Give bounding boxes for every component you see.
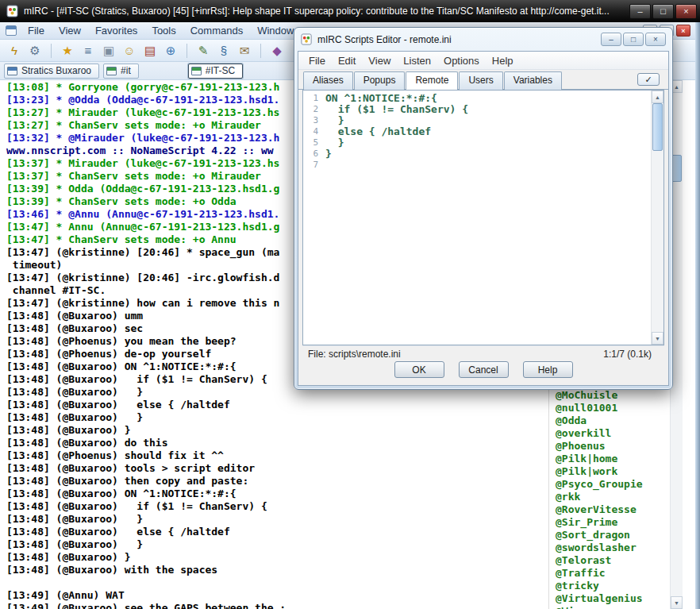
tab-aliases[interactable]: Aliases bbox=[303, 71, 353, 90]
tab-variables[interactable]: Variables bbox=[504, 71, 562, 90]
address-book-icon[interactable]: ▤ bbox=[141, 42, 159, 60]
nicklist-item[interactable]: @Pilk|work bbox=[556, 465, 670, 478]
dialog-menu-listen[interactable]: Listen bbox=[397, 53, 437, 68]
menu-tools[interactable]: Tools bbox=[144, 23, 183, 38]
scripts-editor-dialog: mIRC Scripts Editor - remote.ini –□× Fil… bbox=[294, 27, 673, 390]
editor-line: 3 } bbox=[306, 115, 663, 126]
nicklist-item[interactable]: @swordslasher bbox=[556, 542, 670, 554]
mirc-app-icon bbox=[6, 5, 19, 17]
code-text: ON ^1:NOTICE:*:#:{ bbox=[325, 93, 437, 104]
status-file-path: File: scripts\remote.ini bbox=[308, 349, 401, 360]
close-button[interactable]: × bbox=[675, 4, 697, 19]
chat-line: [13:49] (@Buxaroo) see the GAPS between … bbox=[6, 602, 548, 609]
enable-script-check-button[interactable]: ✓ bbox=[637, 73, 660, 86]
chat-line: [13:48] (@Buxaroo) else { /haltdef bbox=[6, 526, 548, 538]
editor-scrollbar[interactable]: ▲ ▼ bbox=[651, 91, 663, 345]
line-number: 4 bbox=[306, 126, 318, 137]
nicklist-item[interactable]: @Sort_dragon bbox=[556, 529, 670, 542]
menu-favorites[interactable]: Favorites bbox=[88, 23, 144, 38]
query-icon[interactable]: ▣ bbox=[100, 42, 117, 60]
scroll-down-icon[interactable]: ▼ bbox=[652, 332, 663, 345]
chat-line: [13:48] (@Buxaroo) } bbox=[6, 411, 548, 424]
nicklist-item[interactable]: @Pilk|home bbox=[556, 453, 670, 465]
dialog-statusbar: File: scripts\remote.ini 1:1/7 (0.1k) bbox=[302, 345, 664, 361]
mdi-close-button[interactable]: × bbox=[676, 25, 690, 37]
notify-list-icon[interactable]: ☺ bbox=[121, 42, 138, 60]
urls-list-icon[interactable]: ⊕ bbox=[162, 42, 179, 60]
tab-users[interactable]: Users bbox=[459, 71, 502, 90]
help-button[interactable]: Help bbox=[523, 361, 573, 378]
notepad-icon[interactable]: ✉ bbox=[236, 42, 253, 60]
main-titlebar[interactable]: mIRC - [#IT-SC (Stratics, Buxaroo) [45] … bbox=[0, 0, 700, 22]
line-number: 6 bbox=[306, 148, 318, 160]
nicklist-item[interactable]: @Sir_Prime bbox=[556, 516, 670, 529]
scroll-up-icon[interactable]: ▲ bbox=[652, 91, 663, 103]
nicklist-item[interactable]: @Odda bbox=[556, 414, 670, 427]
nicklist-item[interactable]: @Virtualgenius bbox=[556, 592, 670, 605]
dialog-menu-edit[interactable]: Edit bbox=[332, 53, 362, 68]
line-number: 2 bbox=[306, 104, 318, 115]
nicklist-item[interactable]: @Phoenus bbox=[556, 440, 670, 453]
dialog-window-controls: –□× bbox=[601, 33, 666, 46]
chat-line: [13:48] (@Buxaroo) tools > script editor bbox=[6, 462, 548, 475]
channel-window-icon bbox=[106, 67, 117, 75]
channel-window-icon[interactable] bbox=[6, 25, 17, 36]
switchbar-it-sc[interactable]: #IT-SC bbox=[188, 64, 243, 79]
tab-popups[interactable]: Popups bbox=[354, 71, 406, 90]
script-editor-textarea[interactable]: 1ON ^1:NOTICE:*:#:{2 if ($1 != ChanServ)… bbox=[302, 90, 664, 345]
cancel-button[interactable]: Cancel bbox=[459, 361, 509, 378]
switchbar-it[interactable]: #it bbox=[103, 64, 139, 79]
scripts-editor-icon[interactable]: § bbox=[215, 42, 233, 60]
ok-button[interactable]: OK bbox=[394, 361, 444, 378]
nicklist-item[interactable]: @RoverVitesse bbox=[556, 503, 670, 516]
connect-icon[interactable]: ϟ bbox=[6, 42, 23, 60]
code-text: } bbox=[325, 137, 344, 148]
nicklist-item[interactable]: @rkk bbox=[556, 491, 670, 503]
nicklist-item[interactable]: @Wino bbox=[556, 605, 670, 609]
dialog-titlebar[interactable]: mIRC Scripts Editor - remote.ini –□× bbox=[294, 28, 672, 51]
chat-line: [13:48] (@Buxaroo) } bbox=[6, 538, 548, 551]
chat-line: [13:48] (@Buxaroo) } bbox=[6, 424, 548, 437]
dialog-menu-options[interactable]: Options bbox=[437, 53, 486, 68]
channel-window-icon bbox=[191, 67, 202, 75]
scrollbar-thumb[interactable] bbox=[652, 103, 663, 151]
nicklist-item[interactable]: @MoChuisle bbox=[556, 389, 670, 402]
dialog-menu-view[interactable]: View bbox=[362, 53, 397, 68]
switchbar-label: #it bbox=[121, 65, 131, 76]
menu-file[interactable]: File bbox=[21, 23, 52, 38]
minimize-button[interactable]: – bbox=[629, 4, 651, 19]
dialog-maximize-button[interactable]: □ bbox=[623, 33, 644, 46]
dialog-menubar: FileEditViewListenOptionsHelp bbox=[298, 52, 668, 70]
menu-view[interactable]: View bbox=[52, 23, 88, 38]
dialog-minimize-button[interactable]: – bbox=[601, 33, 621, 46]
nicklist-item[interactable]: @tricky bbox=[556, 580, 670, 592]
main-menu: FileViewFavoritesToolsCommandsWindowHelp bbox=[21, 23, 337, 38]
highlight-icon[interactable]: ✎ bbox=[194, 42, 212, 60]
switchbar-stratics-buxaroo[interactable]: Stratics Buxaroo bbox=[4, 64, 99, 79]
dialog-menu-help[interactable]: Help bbox=[486, 53, 520, 68]
colors-icon[interactable]: ◆ bbox=[268, 42, 286, 60]
editor-line: 6} bbox=[306, 148, 663, 160]
nicklist-item[interactable]: @null01001 bbox=[556, 402, 670, 414]
nicklist-item[interactable]: @overkill bbox=[556, 427, 670, 440]
nicklist-item[interactable]: @Traffic bbox=[556, 567, 670, 580]
options-icon[interactable]: ⚙ bbox=[26, 42, 44, 60]
maximize-button[interactable]: □ bbox=[652, 4, 674, 19]
tab-remote[interactable]: Remote bbox=[406, 71, 458, 90]
menu-commands[interactable]: Commands bbox=[183, 23, 250, 38]
nicklist-item[interactable]: @Telorast bbox=[556, 554, 670, 567]
dialog-close-button[interactable]: × bbox=[645, 33, 666, 46]
nicklist-item[interactable]: @Psyco_Groupie bbox=[556, 478, 670, 491]
channels-list-icon[interactable]: ≡ bbox=[79, 42, 97, 60]
editor-lines: 1ON ^1:NOTICE:*:#:{2 if ($1 != ChanServ)… bbox=[306, 93, 663, 171]
dialog-title: mIRC Scripts Editor - remote.ini bbox=[317, 34, 601, 45]
scroll-down-icon[interactable]: ▼ bbox=[671, 596, 683, 609]
chat-line: [13:48] (@Buxaroo) else { /haltdef bbox=[6, 399, 548, 411]
line-number: 5 bbox=[306, 137, 318, 148]
dialog-menu-file[interactable]: File bbox=[302, 53, 332, 68]
server-window-icon bbox=[7, 67, 17, 75]
editor-line: 1ON ^1:NOTICE:*:#:{ bbox=[306, 93, 663, 104]
favorites-icon[interactable]: ★ bbox=[59, 42, 76, 60]
code-text: } bbox=[325, 115, 344, 126]
chat-line: [13:48] (@Buxaroo) ON ^1:NOTICE:*:#:{ bbox=[6, 488, 548, 500]
